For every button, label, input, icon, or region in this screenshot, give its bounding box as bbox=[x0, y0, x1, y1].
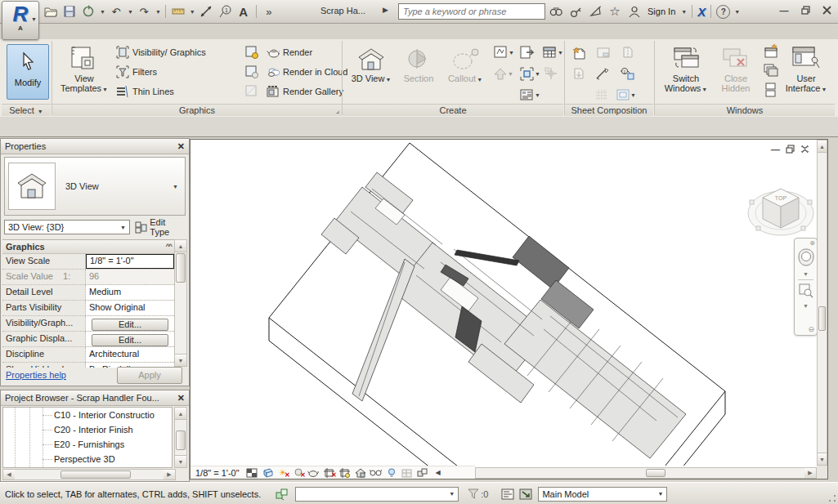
undo-icon[interactable]: ↶ bbox=[108, 3, 124, 20]
section-button[interactable]: Section bbox=[397, 42, 440, 103]
properties-header[interactable]: Properties ✕ bbox=[1, 139, 189, 154]
zoom-dropdown[interactable]: ▼ bbox=[795, 303, 817, 309]
favorites-star-icon[interactable]: ☆ bbox=[607, 3, 623, 20]
project-browser-close-icon[interactable]: ✕ bbox=[177, 393, 185, 404]
graphics-dialog-launcher-icon[interactable]: ⌟ bbox=[336, 105, 339, 116]
edit-type-button[interactable]: Edit Type bbox=[135, 217, 186, 237]
search-icon[interactable] bbox=[548, 3, 564, 20]
measure-dropdown[interactable]: ▼ bbox=[190, 9, 195, 15]
graphics-panel-label[interactable]: Graphics⌟ bbox=[52, 104, 342, 116]
zoom-tool-icon[interactable] bbox=[795, 283, 817, 300]
qat-expand-icon[interactable]: » bbox=[261, 3, 277, 20]
windows-panel-label[interactable]: Windows bbox=[655, 104, 835, 116]
duplicate-view-button[interactable]: ▼ bbox=[520, 65, 541, 82]
property-row[interactable]: View Scale1/8" = 1'-0" bbox=[2, 254, 174, 270]
view-minimize-icon[interactable]: — bbox=[771, 145, 780, 155]
view-templates-button[interactable]: View Templates▼ bbox=[57, 42, 111, 103]
navbar-close-icon[interactable]: ⊗ bbox=[809, 239, 815, 247]
view-restore-icon[interactable] bbox=[786, 145, 795, 155]
remove-hidden-lines-icon[interactable] bbox=[245, 65, 258, 78]
matchline-button[interactable] bbox=[595, 65, 616, 82]
drafting-view-button[interactable] bbox=[520, 44, 541, 60]
editable-only-icon[interactable] bbox=[499, 486, 517, 502]
undo-dropdown[interactable]: ▼ bbox=[128, 9, 133, 15]
schedules-button[interactable]: ▼ bbox=[543, 44, 564, 60]
scroll-thumb[interactable] bbox=[646, 469, 665, 477]
crop-view-icon[interactable]: ✕ bbox=[323, 467, 336, 479]
filters-button[interactable]: Filters bbox=[116, 64, 157, 80]
scroll-down-icon[interactable]: ▼ bbox=[175, 455, 186, 467]
reveal-hidden-elements-icon[interactable] bbox=[385, 467, 398, 479]
design-options-icon[interactable] bbox=[517, 486, 535, 502]
subscription-key-icon[interactable] bbox=[567, 3, 584, 20]
scroll-down-icon[interactable]: ▼ bbox=[818, 453, 827, 465]
visibility-edit-button[interactable]: Edit... bbox=[92, 319, 168, 331]
legends-button[interactable]: ▼ bbox=[520, 87, 541, 103]
temporary-hide-isolate-icon[interactable] bbox=[370, 467, 383, 479]
scroll-thumb[interactable] bbox=[176, 253, 186, 283]
show-hidden-lines-icon[interactable] bbox=[245, 46, 258, 59]
scroll-up-icon[interactable]: ▲ bbox=[818, 140, 827, 153]
select-panel-label[interactable]: Select ▼ bbox=[2, 104, 51, 116]
properties-help-link[interactable]: Properties help bbox=[6, 370, 66, 380]
property-row[interactable]: Visibility/Graph...Edit... bbox=[2, 316, 174, 332]
view-reference-button[interactable]: 1 bbox=[620, 65, 641, 82]
scroll-up-icon[interactable]: ▲ bbox=[175, 240, 186, 252]
render-button[interactable]: Render bbox=[267, 44, 312, 60]
canvas-vscrollbar[interactable]: ▲ ▼ bbox=[817, 140, 827, 466]
graphics-group-header[interactable]: Graphics^^ bbox=[2, 240, 174, 254]
revisions-button[interactable] bbox=[621, 44, 643, 60]
viewbar-collapse-icon[interactable]: ◀ bbox=[432, 467, 445, 479]
new-sheet-button[interactable] bbox=[572, 44, 594, 60]
guide-grid-button[interactable] bbox=[595, 87, 616, 103]
collapse-group-icon[interactable]: ^^ bbox=[165, 243, 171, 250]
tree-item-e20[interactable]: E20 - Furnishings bbox=[3, 437, 172, 452]
scroll-left-icon[interactable]: ◀ bbox=[3, 470, 15, 479]
type-selector-dropdown[interactable]: ▼ bbox=[173, 184, 178, 190]
search-input[interactable] bbox=[401, 5, 544, 18]
canvas-hscrollbar[interactable]: ▶ bbox=[475, 467, 817, 479]
elevation-button[interactable]: ▼ bbox=[494, 65, 515, 82]
minimize-button[interactable]: — bbox=[775, 4, 793, 16]
scroll-thumb[interactable] bbox=[176, 430, 186, 450]
model-3d-view[interactable]: TOP bbox=[190, 140, 817, 466]
property-row[interactable]: Parts VisibilityShow Original bbox=[2, 301, 174, 316]
scroll-thumb[interactable] bbox=[60, 471, 131, 479]
application-menu-button[interactable]: R A ▼ bbox=[2, 1, 39, 40]
design-options-combo[interactable]: Main Model▼ bbox=[538, 487, 667, 502]
switch-windows-button[interactable]: Switch Windows▼ bbox=[661, 42, 711, 103]
visual-style-icon[interactable] bbox=[261, 467, 274, 479]
modify-button[interactable]: Modify bbox=[7, 44, 49, 100]
measure-icon[interactable] bbox=[170, 3, 186, 20]
tree-item-perspective-3d[interactable]: Perspective 3D bbox=[3, 452, 172, 466]
tree-item-c20[interactable]: C20 - Interior Finish bbox=[3, 422, 172, 437]
activate-viewport-button[interactable]: ▼ bbox=[616, 87, 638, 103]
unlocked-3d-view-icon[interactable] bbox=[354, 467, 367, 479]
tree-item-c10[interactable]: C10 - Interior Constructio bbox=[3, 408, 172, 422]
sun-path-icon[interactable]: ☀✕ bbox=[276, 467, 289, 479]
insert-from-file-button[interactable] bbox=[572, 65, 594, 82]
user-interface-button[interactable]: User Interface▼ bbox=[782, 42, 831, 103]
drawing-area[interactable]: TOP — ⊗ ▼ ▼ ⊖ ▲ ▼ 1/8" = 1'-0" ☀✕ ✕ bbox=[190, 139, 828, 479]
communication-center-icon[interactable] bbox=[587, 3, 603, 20]
worksharing-display-icon[interactable] bbox=[401, 467, 414, 479]
project-browser-hscrollbar[interactable]: ◀ ▶ bbox=[2, 469, 176, 480]
titleblock-button[interactable] bbox=[597, 44, 618, 60]
signin-dropdown[interactable]: ▼ bbox=[681, 9, 687, 15]
scope-box-button[interactable] bbox=[544, 65, 566, 82]
title-arrow-icon[interactable]: ▶ bbox=[383, 6, 388, 14]
graphic-display-edit-button[interactable]: Edit... bbox=[92, 334, 168, 346]
wheel-dropdown[interactable]: ▼ bbox=[795, 271, 817, 277]
visibility-graphics-button[interactable]: Visibility/ Graphics bbox=[116, 44, 206, 60]
view-close-icon[interactable] bbox=[800, 145, 809, 155]
signin-user-icon[interactable] bbox=[626, 3, 643, 20]
close-button[interactable] bbox=[818, 4, 836, 16]
close-hidden-button[interactable]: Close Hidden bbox=[713, 42, 759, 103]
tag-icon[interactable]: 1 bbox=[217, 3, 233, 20]
property-row[interactable]: DisciplineArchitectural bbox=[2, 347, 174, 363]
thin-lines-button[interactable]: Thin Lines bbox=[116, 83, 174, 100]
worksets-icon[interactable] bbox=[272, 486, 292, 502]
help-dropdown[interactable]: ▼ bbox=[734, 9, 740, 15]
render-gallery-button[interactable]: Render Gallery bbox=[267, 83, 343, 100]
scroll-down-icon[interactable]: ▼ bbox=[175, 354, 186, 366]
